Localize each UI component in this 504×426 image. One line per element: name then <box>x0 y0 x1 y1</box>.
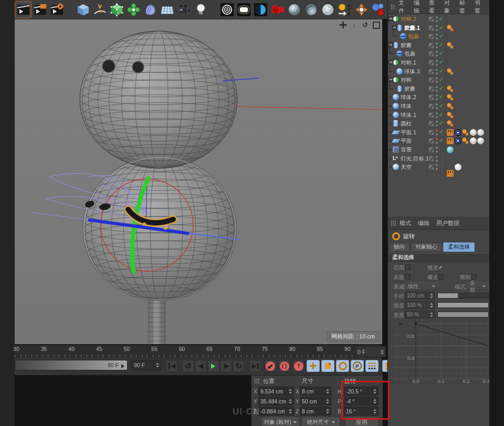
rotation-p-field[interactable]: -4 ° <box>344 397 379 406</box>
tree-item[interactable]: 对称✓ <box>388 76 490 84</box>
mat-white-tag[interactable] <box>470 137 477 144</box>
render-visibility-dots[interactable] <box>436 121 438 126</box>
strength-slider[interactable] <box>437 302 489 308</box>
tab-柔和选择[interactable]: 柔和选择 <box>443 242 475 252</box>
tree-item[interactable]: 平面✓ <box>388 136 490 145</box>
frame-selected-icon[interactable] <box>353 2 369 18</box>
zoom-icon[interactable]: ↕ <box>350 21 358 29</box>
enabled-check-icon[interactable]: ✓ <box>439 85 444 92</box>
visibility-toggle[interactable] <box>428 51 434 57</box>
tree-item[interactable]: 球体.2✓ <box>388 93 490 102</box>
enabled-check-icon[interactable]: ✓ <box>439 129 444 135</box>
om-menu-item[interactable]: 文件 <box>398 0 407 15</box>
autokey-button[interactable]: ( ) <box>278 360 290 372</box>
render-picture-viewer-icon[interactable] <box>32 2 48 18</box>
material-sphere-c-icon[interactable] <box>320 2 335 18</box>
tree-item[interactable]: 圆柱✓ <box>388 119 490 128</box>
stepper-icon[interactable] <box>326 389 329 394</box>
visibility-toggle[interactable] <box>428 130 434 135</box>
visibility-toggle[interactable] <box>428 34 434 39</box>
position-y-field[interactable]: 35.484 cm <box>258 397 294 406</box>
target-tag[interactable] <box>455 129 461 136</box>
xyz-axis-icon[interactable]: XYZ <box>337 2 352 18</box>
floor-grid-icon[interactable] <box>159 2 175 18</box>
phong-tag[interactable] <box>447 68 454 75</box>
apply-button[interactable]: 应用 <box>346 418 377 426</box>
mat-sky-tag[interactable] <box>455 164 461 171</box>
phong-tag[interactable] <box>447 120 454 127</box>
size-x-field[interactable]: 8 cm <box>300 387 331 396</box>
stepper-icon[interactable] <box>326 409 329 414</box>
tree-item[interactable]: 平面.1✓ <box>388 128 490 137</box>
key-selection-button[interactable]: ? <box>292 360 304 372</box>
goto-end-button[interactable] <box>249 360 261 372</box>
enabled-check-icon[interactable]: ✓ <box>439 50 444 57</box>
panel-handle-icon[interactable] <box>391 220 396 226</box>
texture-tag[interactable] <box>447 137 454 144</box>
width-field[interactable]: 50 % <box>405 311 435 318</box>
expand-toggle-icon[interactable] <box>388 42 393 47</box>
size-y-field[interactable]: 50 cm <box>300 397 331 406</box>
camera-icon[interactable] <box>176 2 192 18</box>
phong-tag[interactable] <box>447 25 454 31</box>
enabled-check-icon[interactable]: ✓ <box>439 120 444 126</box>
visibility-toggle[interactable] <box>428 77 434 83</box>
expand-toggle-icon[interactable] <box>392 25 397 30</box>
rotation-b-field[interactable]: 16 ° <box>344 407 379 416</box>
kf-scale-button[interactable] <box>321 360 334 372</box>
kf-parameter-button[interactable]: P <box>351 360 364 372</box>
render-visibility-dots[interactable] <box>436 130 438 135</box>
tree-item[interactable]: 对称.1✓ <box>388 58 490 67</box>
enabled-check-icon[interactable]: ✓ <box>439 59 444 66</box>
add-cube-icon[interactable] <box>75 2 91 18</box>
render-visibility-dots[interactable] <box>436 164 438 170</box>
render-visibility-dots[interactable] <box>436 25 438 31</box>
enabled-check-icon[interactable]: ✓ <box>439 76 444 83</box>
generator-clover-icon[interactable] <box>125 2 141 18</box>
tree-item[interactable]: 包裹✓ <box>388 49 490 58</box>
next-key-button[interactable]: )▶ <box>220 360 232 372</box>
target-tag[interactable] <box>455 137 461 144</box>
render-visibility-dots[interactable] <box>436 147 438 153</box>
maximize-icon[interactable] <box>372 21 380 29</box>
mat-white-tag[interactable] <box>477 137 484 144</box>
am-menu-item[interactable]: 编辑 <box>418 219 429 227</box>
render-visibility-dots[interactable] <box>436 138 438 144</box>
visibility-toggle[interactable] <box>428 42 434 48</box>
tree-item[interactable]: 球体✓ <box>388 102 490 111</box>
modeling-shell-icon[interactable] <box>142 2 158 18</box>
section-header-soft-selection[interactable]: 柔和选择 <box>388 253 490 262</box>
position-z-field[interactable]: -0.884 cm <box>258 407 294 416</box>
rotate-icon[interactable]: ↺ <box>361 21 369 29</box>
stepper-icon[interactable] <box>430 303 433 308</box>
mat-blue-tag[interactable] <box>447 146 454 153</box>
enabled-check-icon[interactable]: ✓ <box>439 24 444 31</box>
prev-frame-button[interactable]: ↺ <box>182 360 194 372</box>
visibility-toggle[interactable] <box>428 94 434 100</box>
surface-checkbox[interactable] <box>405 274 411 280</box>
prev-key-button[interactable]: ◀( <box>195 360 207 372</box>
goto-start-button[interactable] <box>165 360 177 372</box>
spline-pen-icon[interactable] <box>92 2 108 18</box>
width-slider[interactable] <box>437 312 489 317</box>
render-visibility-dots[interactable] <box>436 34 438 39</box>
visibility-toggle[interactable] <box>428 25 434 31</box>
panel-handle-icon[interactable] <box>391 4 395 10</box>
viewport-scene[interactable] <box>15 19 382 344</box>
falloff-dropdown[interactable]: 线性 <box>405 282 438 290</box>
tree-item[interactable]: 胶囊✓ <box>388 41 490 50</box>
enabled-check-icon[interactable]: ✓ <box>439 68 444 74</box>
visibility-toggle[interactable] <box>428 156 434 162</box>
render-settings-icon[interactable] <box>49 2 65 18</box>
visibility-toggle[interactable] <box>428 138 434 144</box>
area-light-icon[interactable] <box>236 2 251 18</box>
current-frame-field[interactable]: 0 F <box>355 346 386 357</box>
tree-item[interactable]: 包裹✓ <box>388 32 490 41</box>
tree-item[interactable]: 天空 <box>388 163 490 172</box>
stepper-icon[interactable] <box>289 389 292 394</box>
stepper-icon[interactable] <box>326 399 329 404</box>
rotation-h-field[interactable]: -20.5 ° <box>344 387 379 396</box>
enabled-check-icon[interactable]: ✓ <box>439 102 444 109</box>
kf-pla-button[interactable] <box>365 360 379 372</box>
render-visibility-dots[interactable] <box>436 60 438 66</box>
